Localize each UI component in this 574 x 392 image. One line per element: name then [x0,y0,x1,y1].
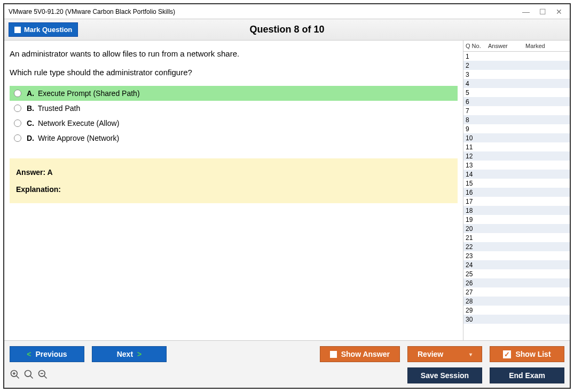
question-list-row[interactable]: 21 [463,233,570,242]
question-list-row[interactable]: 9 [463,124,570,133]
row-qno: 6 [466,98,488,106]
col-marked: Marked [525,43,570,49]
zoom-in-icon[interactable] [10,369,20,382]
row-qno: 11 [466,143,488,151]
question-list-row[interactable]: 11 [463,142,570,151]
question-list-row[interactable]: 29 [463,306,570,315]
checkbox-checked-icon: ✓ [503,350,511,358]
answer-box: Answer: A Explanation: [10,158,458,203]
question-list-row[interactable]: 12 [463,151,570,161]
show-answer-label: Show Answer [341,350,390,358]
row-qno: 15 [466,180,488,187]
maximize-icon[interactable]: ☐ [539,7,546,16]
row-qno: 26 [466,279,488,287]
review-button[interactable]: Review ▾ [407,346,482,362]
row-qno: 27 [466,289,488,296]
question-list-row[interactable]: 20 [463,224,570,233]
question-list-panel: Q No. Answer Marked 12345678910111213141… [463,41,570,340]
end-exam-button[interactable]: End Exam [490,367,564,383]
row-qno: 30 [466,316,488,323]
radio-icon [14,105,21,112]
question-list-row[interactable]: 16 [463,188,570,197]
question-list-row[interactable]: 2 [463,61,570,70]
col-answer: Answer [488,43,525,49]
body: An administrator wants to allow files to… [4,41,570,340]
minimize-icon[interactable]: — [522,7,530,16]
question-list-row[interactable]: 25 [463,269,570,278]
question-list[interactable]: 1234567891011121314151617181920212223242… [463,52,570,340]
row-qno: 4 [466,80,488,87]
show-list-button[interactable]: ✓ Show List [490,346,564,362]
question-text: An administrator wants to allow files to… [10,48,458,78]
row-qno: 20 [466,225,488,233]
answer-label: Answer: A [16,168,451,177]
header-bar: Mark Question Question 8 of 10 [4,19,570,41]
save-session-button[interactable]: Save Session [407,367,482,383]
question-list-row[interactable]: 28 [463,297,570,306]
row-qno: 24 [466,261,488,269]
radio-icon [14,134,21,142]
row-qno: 18 [466,207,488,214]
question-list-row[interactable]: 10 [463,133,570,142]
question-list-row[interactable]: 15 [463,179,570,188]
previous-button[interactable]: < Previous [10,346,84,362]
question-list-row[interactable]: 17 [463,197,570,206]
show-answer-button[interactable]: Show Answer [320,346,400,362]
zoom-controls [10,369,48,382]
svg-line-7 [44,375,47,378]
question-list-row[interactable]: 13 [463,161,570,170]
question-list-row[interactable]: 24 [463,260,570,269]
row-qno: 2 [466,62,488,69]
titlebar: VMware 5V0-91.20 (VMware Carbon Black Po… [4,4,570,19]
question-counter: Question 8 of 10 [4,24,570,35]
row-qno: 16 [466,189,488,196]
question-list-row[interactable]: 7 [463,106,570,115]
row-qno: 25 [466,270,488,278]
svg-line-5 [30,375,33,378]
question-list-row[interactable]: 1 [463,52,570,61]
row-qno: 12 [466,153,488,160]
chevron-down-icon: ▾ [469,351,472,357]
end-exam-label: End Exam [509,371,545,380]
answer-option[interactable]: C. Network Execute (Allow) [10,116,458,131]
review-label: Review [418,350,443,358]
option-label: A. Execute Prompt (Shared Path) [27,89,140,98]
row-qno: 28 [466,298,488,305]
question-list-row[interactable]: 3 [463,70,570,79]
question-list-row[interactable]: 23 [463,251,570,260]
question-list-row[interactable]: 19 [463,215,570,224]
window-controls: — ☐ ✕ [522,7,565,16]
question-list-row[interactable]: 18 [463,206,570,215]
question-list-row[interactable]: 8 [463,115,570,124]
question-list-row[interactable]: 30 [463,315,570,324]
close-icon[interactable]: ✕ [556,7,562,16]
footer: < Previous Next > Show Answer Review ▾ ✓… [4,340,570,388]
checkbox-icon [330,351,337,358]
option-label: D. Write Approve (Network) [27,134,119,142]
options-list: A. Execute Prompt (Shared Path) B. Trust… [10,86,458,146]
question-line-1: An administrator wants to allow files to… [10,48,458,60]
question-list-row[interactable]: 26 [463,278,570,287]
show-list-label: Show List [515,350,551,358]
question-list-row[interactable]: 6 [463,97,570,106]
chevron-left-icon: < [27,350,31,358]
row-qno: 21 [466,234,488,242]
row-qno: 7 [466,107,488,115]
mark-question-button[interactable]: Mark Question [9,22,78,37]
row-qno: 23 [466,252,488,260]
question-list-row[interactable]: 4 [463,79,570,88]
zoom-reset-icon[interactable] [23,369,34,382]
explanation-label: Explanation: [16,185,451,194]
answer-option[interactable]: B. Trusted Path [10,101,458,116]
mark-label: Mark Question [24,26,72,34]
question-list-row[interactable]: 5 [463,88,570,97]
answer-option[interactable]: D. Write Approve (Network) [10,131,458,146]
next-button[interactable]: Next > [92,346,167,362]
answer-option[interactable]: A. Execute Prompt (Shared Path) [10,86,458,101]
save-session-label: Save Session [421,371,469,380]
zoom-out-icon[interactable] [37,369,48,382]
question-list-row[interactable]: 27 [463,287,570,297]
question-list-row[interactable]: 14 [463,170,570,179]
question-list-row[interactable]: 22 [463,242,570,251]
question-list-header: Q No. Answer Marked [463,41,570,52]
